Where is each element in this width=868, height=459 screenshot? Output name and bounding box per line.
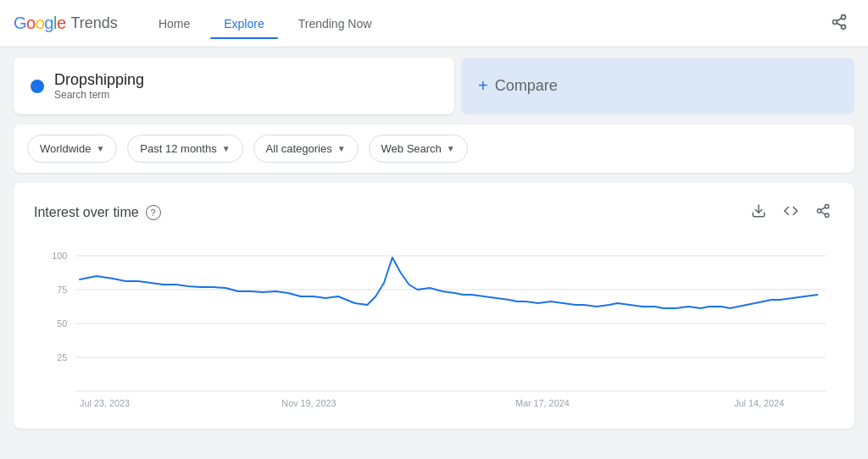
filter-time[interactable]: Past 12 months ▼ [127,135,242,163]
filter-search-type[interactable]: Web Search ▼ [369,135,468,163]
filter-region-arrow: ▼ [96,144,104,153]
compare-plus-icon: + [478,76,488,96]
chart-header: Interest over time ? [34,200,834,225]
chart-section: Interest over time ? [14,183,854,429]
term-color-dot [31,80,44,93]
filter-time-arrow: ▼ [222,144,231,153]
chart-wrapper: 100 75 50 25 Jul 23, 2023 Nov 19, 2023 M… [34,239,834,412]
svg-text:25: 25 [57,352,67,362]
svg-line-10 [821,207,825,210]
filter-category[interactable]: All categories ▼ [253,135,359,163]
filter-search-type-arrow: ▼ [447,144,455,153]
term-name: Dropshipping [54,71,144,89]
filter-time-label: Past 12 months [140,142,216,155]
search-section: Dropshipping Search term + Compare [14,58,854,114]
svg-text:75: 75 [57,285,67,295]
term-type: Search term [54,89,144,101]
svg-line-3 [837,23,842,25]
svg-text:Jul 23, 2023: Jul 23, 2023 [80,398,130,408]
compare-card[interactable]: + Compare [461,58,854,114]
chart-title: Interest over time [34,205,139,220]
main-content: Dropshipping Search term + Compare World… [0,47,868,439]
compare-label: Compare [495,77,558,95]
share-chart-icon [815,203,831,218]
svg-line-9 [821,212,825,214]
filter-search-type-label: Web Search [381,142,442,155]
chart-title-area: Interest over time ? [34,205,161,220]
header: Google Trends Home Explore Trending Now [0,0,868,47]
svg-line-4 [837,18,842,20]
svg-text:100: 100 [52,251,67,261]
google-logo: Google [14,14,66,33]
filter-region-label: Worldwide [40,142,91,155]
logo-area: Google Trends [14,14,118,33]
download-button[interactable] [748,200,770,225]
svg-text:Nov 19, 2023: Nov 19, 2023 [281,398,336,408]
embed-button[interactable] [780,200,802,225]
filter-category-arrow: ▼ [337,144,346,153]
share-icon [831,14,848,30]
svg-text:50: 50 [57,318,67,329]
help-icon[interactable]: ? [146,205,161,220]
nav-trending[interactable]: Trending Now [285,10,386,37]
header-actions [824,7,854,40]
trends-logo: Trends [71,14,118,32]
search-term-card: Dropshipping Search term [14,58,454,114]
download-icon [751,203,766,218]
nav-home[interactable]: Home [145,10,203,37]
share-chart-button[interactable] [812,200,834,225]
embed-icon [783,203,798,218]
share-button[interactable] [824,7,854,40]
term-info: Dropshipping Search term [54,71,144,101]
filter-category-label: All categories [266,142,332,155]
interest-chart: 100 75 50 25 Jul 23, 2023 Nov 19, 2023 M… [34,239,834,408]
svg-text:Jul 14, 2024: Jul 14, 2024 [734,398,784,408]
filters-section: Worldwide ▼ Past 12 months ▼ All categor… [14,124,854,173]
filter-region[interactable]: Worldwide ▼ [27,135,117,163]
main-nav: Home Explore Trending Now [145,10,824,37]
nav-explore[interactable]: Explore [210,10,277,37]
svg-text:Mar 17, 2024: Mar 17, 2024 [515,398,570,408]
chart-actions [748,200,834,225]
